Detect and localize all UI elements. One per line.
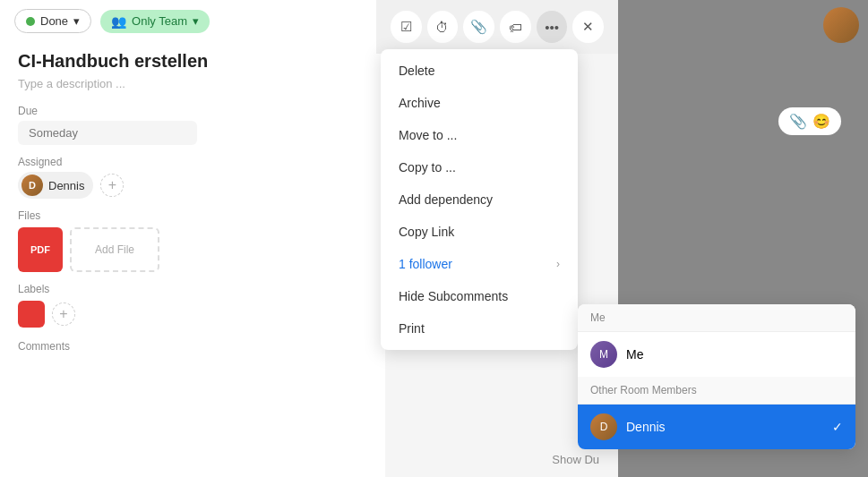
check-icon: ☑ <box>400 19 412 35</box>
done-label: Done <box>40 14 68 28</box>
team-label: Only Team <box>132 14 187 28</box>
menu-item-hide-subcomments[interactable]: Hide Subcomments <box>381 280 578 312</box>
follower-submenu: Me M Me Other Room Members D Dennis ✓ <box>578 304 855 449</box>
tag-icon: 🏷 <box>509 20 522 35</box>
assignee-chip[interactable]: D Dennis <box>18 172 93 199</box>
timer-icon: ⏱ <box>435 20 449 35</box>
add-label-button[interactable]: + <box>52 302 75 326</box>
timer-toolbar-button[interactable]: ⏱ <box>427 11 459 43</box>
menu-copy-to-label: Copy to ... <box>399 160 456 175</box>
labels-label: Labels <box>18 283 367 295</box>
message-actions: 📎 😊 <box>778 107 841 135</box>
files-row: PDF Add File <box>18 227 367 272</box>
follower-me-name: Me <box>626 347 843 362</box>
task-content: CI-Handbuch erstellen Type a description… <box>0 42 385 365</box>
assigned-label: Assigned <box>18 156 367 168</box>
menu-item-move[interactable]: Move to ... <box>381 119 578 151</box>
labels-section: Labels + <box>18 283 367 328</box>
menu-hide-subcomments-label: Hide Subcomments <box>399 289 508 303</box>
show-due-link[interactable]: Show Du <box>552 453 599 466</box>
menu-item-print[interactable]: Print <box>381 312 578 345</box>
files-section: Files PDF Add File <box>18 209 367 272</box>
tag-toolbar-button[interactable]: 🏷 <box>500 11 531 43</box>
task-topbar: Done ▾ 👥 Only Team ▾ <box>0 0 385 42</box>
menu-follower-label: 1 follower <box>399 257 452 271</box>
follower-me-section-header: Me <box>578 304 855 332</box>
add-file-label: Add File <box>95 243 134 256</box>
attach-toolbar-button[interactable]: 📎 <box>463 11 494 43</box>
menu-item-copy-to[interactable]: Copy to ... <box>381 151 578 183</box>
due-input[interactable] <box>18 121 197 145</box>
assignee-avatar: D <box>21 175 43 196</box>
follower-me-item[interactable]: M Me <box>578 332 855 377</box>
add-assignee-button[interactable]: + <box>100 174 124 197</box>
menu-move-label: Move to ... <box>399 128 457 142</box>
menu-item-archive[interactable]: Archive <box>381 87 578 119</box>
menu-copy-link-label: Copy Link <box>399 225 454 239</box>
menu-print-label: Print <box>399 321 425 336</box>
assignee-name: Dennis <box>48 179 84 192</box>
menu-dependency-label: Add dependency <box>399 192 493 207</box>
add-file-button[interactable]: Add File <box>70 227 159 272</box>
follower-other-section-header: Other Room Members <box>578 377 855 405</box>
check-toolbar-button[interactable]: ☑ <box>391 11 422 43</box>
label-color-swatch[interactable] <box>18 301 45 328</box>
toolbar-area: ☑ ⏱ 📎 🏷 ••• ✕ <box>376 0 618 54</box>
menu-item-copy-link[interactable]: Copy Link <box>381 216 578 248</box>
done-chevron-icon: ▾ <box>73 14 80 28</box>
follower-check-icon: ✓ <box>832 420 843 434</box>
pdf-file-badge[interactable]: PDF <box>18 227 63 272</box>
done-dot-icon <box>26 17 35 26</box>
emoji-icon[interactable]: 😊 <box>812 113 830 130</box>
attachment-icon[interactable]: 📎 <box>789 113 807 130</box>
menu-item-delete[interactable]: Delete <box>381 55 578 87</box>
assigned-row: D Dennis + <box>18 172 367 199</box>
task-description[interactable]: Type a description ... <box>18 77 367 90</box>
more-icon: ••• <box>545 20 559 35</box>
labels-row: + <box>18 301 367 328</box>
team-icon: 👥 <box>111 14 126 29</box>
close-icon: ✕ <box>582 19 594 35</box>
pdf-label: PDF <box>30 244 50 255</box>
follower-arrow-icon: › <box>556 258 560 270</box>
more-toolbar-button[interactable]: ••• <box>537 11 568 43</box>
follower-me-avatar: M <box>590 341 617 368</box>
team-chevron-icon: ▾ <box>193 14 199 28</box>
comments-label: Comments <box>18 340 367 353</box>
due-label: Due <box>18 105 367 117</box>
close-toolbar-button[interactable]: ✕ <box>572 11 604 43</box>
team-only-button[interactable]: 👥 Only Team ▾ <box>100 10 210 33</box>
follower-dennis-avatar: D <box>590 413 617 440</box>
right-panel-avatar <box>823 7 859 43</box>
menu-archive-label: Archive <box>399 96 441 110</box>
task-title: CI-Handbuch erstellen <box>18 51 367 72</box>
task-panel: Done ▾ 👥 Only Team ▾ CI-Handbuch erstell… <box>0 0 385 477</box>
paperclip-icon: 📎 <box>470 19 487 35</box>
context-menu: Delete Archive Move to ... Copy to ... A… <box>381 49 578 350</box>
comments-section: Comments <box>18 340 367 353</box>
done-button[interactable]: Done ▾ <box>14 9 91 33</box>
follower-dennis-name: Dennis <box>626 420 823 434</box>
follower-dennis-item[interactable]: D Dennis ✓ <box>578 405 855 449</box>
menu-item-follower[interactable]: 1 follower › <box>381 248 578 280</box>
menu-delete-label: Delete <box>399 64 434 78</box>
menu-item-dependency[interactable]: Add dependency <box>381 183 578 216</box>
files-label: Files <box>18 209 367 222</box>
